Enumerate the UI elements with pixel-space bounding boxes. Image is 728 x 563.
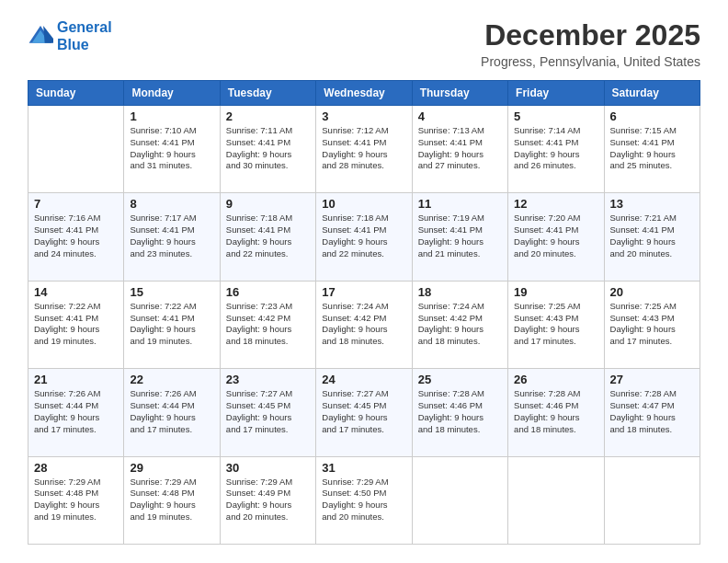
day-number: 13 — [610, 197, 694, 211]
day-info: Sunrise: 7:25 AM Sunset: 4:43 PM Dayligh… — [610, 301, 694, 348]
calendar-cell: 26Sunrise: 7:28 AM Sunset: 4:46 PM Dayli… — [508, 369, 604, 456]
day-number: 18 — [418, 285, 502, 299]
calendar-cell: 14Sunrise: 7:22 AM Sunset: 4:41 PM Dayli… — [28, 281, 124, 368]
day-number: 3 — [322, 109, 405, 123]
calendar-cell: 4Sunrise: 7:13 AM Sunset: 4:41 PM Daylig… — [412, 106, 507, 193]
day-info: Sunrise: 7:20 AM Sunset: 4:41 PM Dayligh… — [514, 213, 597, 259]
day-number: 8 — [130, 197, 213, 211]
calendar-cell: 9Sunrise: 7:18 AM Sunset: 4:41 PM Daylig… — [220, 193, 315, 281]
title-area: December 2025 Progress, Pennsylvania, Un… — [481, 18, 700, 69]
day-number: 27 — [610, 373, 694, 386]
calendar-week-row: 1Sunrise: 7:10 AM Sunset: 4:41 PM Daylig… — [28, 106, 700, 193]
calendar-cell: 15Sunrise: 7:22 AM Sunset: 4:41 PM Dayli… — [124, 281, 220, 368]
day-number: 17 — [322, 285, 405, 299]
calendar-cell: 6Sunrise: 7:15 AM Sunset: 4:41 PM Daylig… — [604, 106, 700, 193]
day-info: Sunrise: 7:17 AM Sunset: 4:41 PM Dayligh… — [130, 213, 213, 259]
day-number: 2 — [226, 109, 310, 123]
day-number: 15 — [130, 285, 213, 299]
day-number: 26 — [514, 373, 597, 386]
day-number: 1 — [130, 109, 213, 123]
calendar-cell: 1Sunrise: 7:10 AM Sunset: 4:41 PM Daylig… — [124, 106, 220, 193]
calendar-cell: 21Sunrise: 7:26 AM Sunset: 4:44 PM Dayli… — [28, 369, 124, 456]
calendar-header-tuesday: Tuesday — [220, 81, 315, 106]
logo-text: General Blue — [57, 18, 112, 53]
day-info: Sunrise: 7:29 AM Sunset: 4:50 PM Dayligh… — [322, 477, 405, 523]
calendar-cell: 20Sunrise: 7:25 AM Sunset: 4:43 PM Dayli… — [604, 281, 700, 368]
day-info: Sunrise: 7:12 AM Sunset: 4:41 PM Dayligh… — [322, 125, 405, 172]
day-number: 11 — [418, 197, 502, 211]
day-info: Sunrise: 7:27 AM Sunset: 4:45 PM Dayligh… — [322, 388, 405, 435]
day-number: 5 — [514, 109, 597, 123]
day-info: Sunrise: 7:19 AM Sunset: 4:41 PM Dayligh… — [418, 213, 502, 259]
calendar-cell: 31Sunrise: 7:29 AM Sunset: 4:50 PM Dayli… — [316, 456, 412, 544]
day-info: Sunrise: 7:28 AM Sunset: 4:47 PM Dayligh… — [610, 388, 694, 435]
day-info: Sunrise: 7:28 AM Sunset: 4:46 PM Dayligh… — [514, 388, 597, 435]
day-info: Sunrise: 7:24 AM Sunset: 4:42 PM Dayligh… — [418, 301, 502, 348]
calendar-cell: 13Sunrise: 7:21 AM Sunset: 4:41 PM Dayli… — [604, 193, 700, 281]
calendar-cell: 23Sunrise: 7:27 AM Sunset: 4:45 PM Dayli… — [220, 369, 315, 456]
day-number: 25 — [418, 373, 502, 386]
calendar-week-row: 14Sunrise: 7:22 AM Sunset: 4:41 PM Dayli… — [28, 281, 700, 368]
day-info: Sunrise: 7:18 AM Sunset: 4:41 PM Dayligh… — [322, 213, 405, 259]
calendar-cell: 27Sunrise: 7:28 AM Sunset: 4:47 PM Dayli… — [604, 369, 700, 456]
day-info: Sunrise: 7:21 AM Sunset: 4:41 PM Dayligh… — [610, 213, 694, 259]
calendar-cell: 30Sunrise: 7:29 AM Sunset: 4:49 PM Dayli… — [220, 456, 315, 544]
day-number: 30 — [226, 461, 310, 475]
day-info: Sunrise: 7:25 AM Sunset: 4:43 PM Dayligh… — [514, 301, 597, 348]
calendar-header-saturday: Saturday — [604, 81, 700, 106]
day-number: 29 — [130, 461, 213, 475]
calendar-cell: 8Sunrise: 7:17 AM Sunset: 4:41 PM Daylig… — [124, 193, 220, 281]
calendar-cell: 19Sunrise: 7:25 AM Sunset: 4:43 PM Dayli… — [508, 281, 604, 368]
calendar-cell — [508, 456, 604, 544]
calendar-cell — [28, 106, 124, 193]
calendar-cell — [604, 456, 700, 544]
calendar-cell: 24Sunrise: 7:27 AM Sunset: 4:45 PM Dayli… — [316, 369, 412, 456]
calendar-cell: 18Sunrise: 7:24 AM Sunset: 4:42 PM Dayli… — [412, 281, 507, 368]
calendar-cell: 5Sunrise: 7:14 AM Sunset: 4:41 PM Daylig… — [508, 106, 604, 193]
day-number: 23 — [226, 373, 310, 386]
day-info: Sunrise: 7:29 AM Sunset: 4:48 PM Dayligh… — [130, 477, 213, 523]
day-info: Sunrise: 7:26 AM Sunset: 4:44 PM Dayligh… — [130, 388, 213, 435]
day-number: 31 — [322, 461, 405, 475]
page-title: December 2025 — [481, 18, 700, 52]
calendar-header-thursday: Thursday — [412, 81, 507, 106]
calendar-cell: 25Sunrise: 7:28 AM Sunset: 4:46 PM Dayli… — [412, 369, 507, 456]
calendar-cell: 22Sunrise: 7:26 AM Sunset: 4:44 PM Dayli… — [124, 369, 220, 456]
day-number: 14 — [34, 285, 118, 299]
day-info: Sunrise: 7:28 AM Sunset: 4:46 PM Dayligh… — [418, 388, 502, 435]
day-info: Sunrise: 7:18 AM Sunset: 4:41 PM Dayligh… — [226, 213, 310, 259]
day-number: 7 — [34, 197, 118, 211]
day-number: 16 — [226, 285, 310, 299]
calendar-cell: 10Sunrise: 7:18 AM Sunset: 4:41 PM Dayli… — [316, 193, 412, 281]
day-info: Sunrise: 7:13 AM Sunset: 4:41 PM Dayligh… — [418, 125, 502, 172]
calendar-cell: 2Sunrise: 7:11 AM Sunset: 4:41 PM Daylig… — [220, 106, 315, 193]
day-number: 6 — [610, 109, 694, 123]
day-info: Sunrise: 7:11 AM Sunset: 4:41 PM Dayligh… — [226, 125, 310, 172]
day-number: 9 — [226, 197, 310, 211]
day-number: 20 — [610, 285, 694, 299]
calendar-week-row: 21Sunrise: 7:26 AM Sunset: 4:44 PM Dayli… — [28, 369, 700, 456]
header: General Blue December 2025 Progress, Pen… — [28, 18, 700, 69]
day-info: Sunrise: 7:24 AM Sunset: 4:42 PM Dayligh… — [322, 301, 405, 348]
calendar-week-row: 7Sunrise: 7:16 AM Sunset: 4:41 PM Daylig… — [28, 193, 700, 281]
day-info: Sunrise: 7:29 AM Sunset: 4:49 PM Dayligh… — [226, 477, 310, 523]
calendar-cell: 11Sunrise: 7:19 AM Sunset: 4:41 PM Dayli… — [412, 193, 507, 281]
day-info: Sunrise: 7:22 AM Sunset: 4:41 PM Dayligh… — [130, 301, 213, 348]
logo: General Blue — [28, 18, 112, 53]
day-number: 22 — [130, 373, 213, 386]
page: General Blue December 2025 Progress, Pen… — [0, 0, 728, 563]
day-info: Sunrise: 7:26 AM Sunset: 4:44 PM Dayligh… — [34, 388, 118, 435]
day-info: Sunrise: 7:23 AM Sunset: 4:42 PM Dayligh… — [226, 301, 310, 348]
calendar-cell: 3Sunrise: 7:12 AM Sunset: 4:41 PM Daylig… — [316, 106, 412, 193]
logo-icon — [28, 23, 53, 49]
day-number: 24 — [322, 373, 405, 386]
calendar-table: SundayMondayTuesdayWednesdayThursdayFrid… — [28, 80, 700, 545]
day-info: Sunrise: 7:29 AM Sunset: 4:48 PM Dayligh… — [34, 477, 118, 523]
day-number: 28 — [34, 461, 118, 475]
day-number: 12 — [514, 197, 597, 211]
calendar-cell — [412, 456, 507, 544]
calendar-header-sunday: Sunday — [28, 81, 124, 106]
day-info: Sunrise: 7:15 AM Sunset: 4:41 PM Dayligh… — [610, 125, 694, 172]
calendar-cell: 7Sunrise: 7:16 AM Sunset: 4:41 PM Daylig… — [28, 193, 124, 281]
day-info: Sunrise: 7:14 AM Sunset: 4:41 PM Dayligh… — [514, 125, 597, 172]
